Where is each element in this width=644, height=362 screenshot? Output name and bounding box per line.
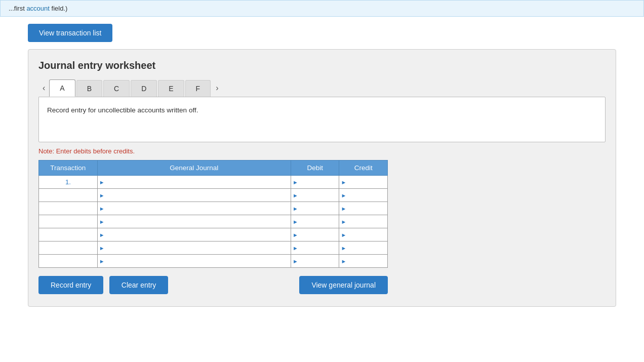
top-banner: ...first account field.) <box>0 0 644 17</box>
row5-arrow: ► <box>98 228 106 241</box>
tab-f[interactable]: F <box>185 80 211 97</box>
debit-arrow-5: ► <box>291 228 300 241</box>
debit-arrow-7: ► <box>291 255 300 267</box>
transaction-cell-1: 1. <box>39 176 98 189</box>
credit-arrow-1: ► <box>339 176 348 188</box>
credit-input-1[interactable] <box>348 176 387 188</box>
row6-arrow: ► <box>98 242 106 254</box>
tab-c[interactable]: C <box>103 80 130 97</box>
col-header-credit: Credit <box>339 160 388 176</box>
clear-entry-button[interactable]: Clear entry <box>109 276 168 294</box>
credit-arrow-4: ► <box>339 215 348 228</box>
transaction-number-1: 1. <box>65 178 71 186</box>
general-journal-cell-1[interactable]: ► <box>97 176 291 189</box>
worksheet-container: Journal entry worksheet ‹ A B C D E F › … <box>28 49 616 307</box>
credit-arrow-7: ► <box>339 255 348 267</box>
general-journal-input-4[interactable] <box>106 215 291 228</box>
transaction-cell-5 <box>39 228 98 242</box>
debit-arrow-2: ► <box>291 189 300 202</box>
view-transaction-button[interactable]: View transaction list <box>28 24 112 42</box>
credit-arrow-6: ► <box>339 242 348 254</box>
debit-cell-2[interactable]: ► <box>291 189 339 202</box>
debit-cell-1[interactable]: ► <box>291 176 339 189</box>
col-header-debit: Debit <box>291 160 339 176</box>
credit-input-5[interactable] <box>348 228 387 241</box>
debit-input-7[interactable] <box>300 255 339 267</box>
general-journal-cell-3[interactable]: ► <box>97 202 291 215</box>
general-journal-input-1[interactable] <box>106 176 291 188</box>
debit-input-1[interactable] <box>300 176 339 188</box>
tab-prev-arrow[interactable]: ‹ <box>38 82 49 95</box>
tab-next-arrow[interactable]: › <box>212 82 222 95</box>
credit-input-2[interactable] <box>348 189 387 202</box>
worksheet-title: Journal entry worksheet <box>38 60 606 71</box>
debit-arrow-3: ► <box>291 202 300 215</box>
credit-input-3[interactable] <box>348 202 387 215</box>
tab-e[interactable]: E <box>158 80 184 97</box>
transaction-cell-6 <box>39 242 98 255</box>
credit-cell-6[interactable]: ► <box>339 242 388 255</box>
credit-arrow-2: ► <box>339 189 348 202</box>
row4-arrow: ► <box>98 215 106 228</box>
description-box: Record entry for uncollectible accounts … <box>38 97 606 142</box>
general-journal-input-2[interactable] <box>106 189 291 202</box>
table-row: ► ► ► <box>39 215 388 228</box>
table-row: ► ► ► <box>39 242 388 255</box>
credit-input-4[interactable] <box>348 215 387 228</box>
journal-table: Transaction General Journal Debit Credit… <box>38 160 388 268</box>
credit-cell-4[interactable]: ► <box>339 215 388 228</box>
debit-cell-5[interactable]: ► <box>291 228 339 242</box>
tab-d[interactable]: D <box>131 80 157 97</box>
debit-cell-4[interactable]: ► <box>291 215 339 228</box>
general-journal-cell-4[interactable]: ► <box>97 215 291 228</box>
view-general-journal-button[interactable]: View general journal <box>299 276 388 294</box>
general-journal-input-6[interactable] <box>106 242 291 254</box>
tab-b[interactable]: B <box>76 80 102 97</box>
description-text: Record entry for uncollectible accounts … <box>47 106 198 114</box>
row3-arrow: ► <box>98 202 106 215</box>
debit-cell-7[interactable]: ► <box>291 255 339 268</box>
buttons-row: Record entry Clear entry View general jo… <box>38 276 388 294</box>
transaction-cell-4 <box>39 215 98 228</box>
credit-cell-5[interactable]: ► <box>339 228 388 242</box>
general-journal-cell-2[interactable]: ► <box>97 189 291 202</box>
debit-input-5[interactable] <box>300 228 339 241</box>
general-journal-cell-7[interactable]: ► <box>97 255 291 268</box>
general-journal-cell-6[interactable]: ► <box>97 242 291 255</box>
debit-input-6[interactable] <box>300 242 339 254</box>
debit-input-2[interactable] <box>300 189 339 202</box>
credit-input-6[interactable] <box>348 242 387 254</box>
general-journal-input-5[interactable] <box>106 228 291 241</box>
note-text: Note: Enter debits before credits. <box>38 147 606 155</box>
credit-cell-7[interactable]: ► <box>339 255 388 268</box>
account-link[interactable]: account <box>26 5 50 12</box>
general-journal-input-7[interactable] <box>106 255 291 267</box>
tab-a[interactable]: A <box>49 79 75 97</box>
row2-arrow: ► <box>98 189 106 202</box>
col-header-general-journal: General Journal <box>97 160 291 176</box>
general-journal-input-3[interactable] <box>106 202 291 215</box>
debit-input-3[interactable] <box>300 202 339 215</box>
record-entry-button[interactable]: Record entry <box>38 276 103 294</box>
transaction-cell-3 <box>39 202 98 215</box>
debit-arrow-1: ► <box>291 176 300 188</box>
credit-cell-1[interactable]: ► <box>339 176 388 189</box>
row7-arrow: ► <box>98 255 106 267</box>
credit-cell-3[interactable]: ► <box>339 202 388 215</box>
banner-text: ...first account field.) <box>9 5 67 12</box>
transaction-cell-2 <box>39 189 98 202</box>
credit-cell-2[interactable]: ► <box>339 189 388 202</box>
debit-cell-3[interactable]: ► <box>291 202 339 215</box>
table-row: 1. ► ► ► <box>39 176 388 189</box>
debit-cell-6[interactable]: ► <box>291 242 339 255</box>
general-journal-cell-5[interactable]: ► <box>97 228 291 242</box>
credit-arrow-5: ► <box>339 228 348 241</box>
debit-input-4[interactable] <box>300 215 339 228</box>
credit-arrow-3: ► <box>339 202 348 215</box>
credit-input-7[interactable] <box>348 255 387 267</box>
col-header-transaction: Transaction <box>39 160 98 176</box>
row1-arrow: ► <box>98 176 106 188</box>
transaction-cell-7 <box>39 255 98 268</box>
table-row: ► ► ► <box>39 228 388 242</box>
debit-arrow-4: ► <box>291 215 300 228</box>
